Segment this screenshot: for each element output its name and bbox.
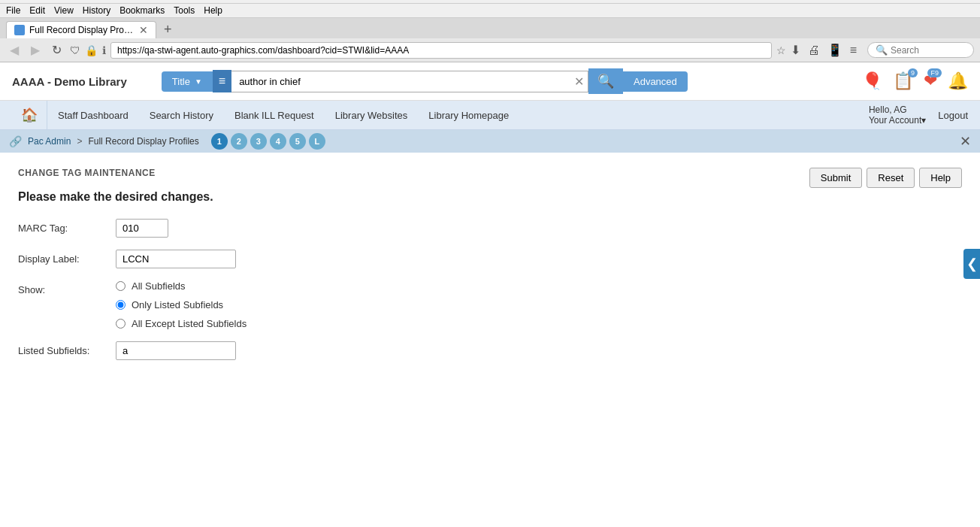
radio-input-onlyListed[interactable] bbox=[116, 300, 126, 310]
search-button[interactable]: 🔍 bbox=[588, 68, 623, 94]
submit-button[interactable]: Submit bbox=[809, 168, 862, 188]
print-icon[interactable]: 🖨 bbox=[808, 44, 820, 57]
nav-home-button[interactable]: 🏠 bbox=[12, 101, 47, 129]
browser-search-input[interactable] bbox=[891, 45, 966, 56]
breadcrumb-separator: > bbox=[77, 136, 82, 147]
marc-tag-input[interactable] bbox=[116, 219, 168, 238]
nav-user-section: Hello, AG Your Account▾ Logout bbox=[869, 104, 968, 126]
search-stack-icon[interactable]: ≡ bbox=[213, 70, 231, 92]
search-type-arrow-icon: ▼ bbox=[195, 77, 202, 86]
search-input-wrap: ✕ bbox=[231, 71, 588, 92]
browser-search-box: 🔍 bbox=[867, 42, 974, 58]
forward-button[interactable]: ▶ bbox=[27, 41, 44, 59]
nav-link-library-websites[interactable]: Library Websites bbox=[325, 102, 419, 129]
radio-label-allSubfields: All Subfields bbox=[132, 280, 186, 292]
menu-icon[interactable]: ≡ bbox=[850, 44, 857, 57]
menu-item-view[interactable]: View bbox=[54, 5, 74, 16]
marc-tag-row: MARC Tag: bbox=[18, 219, 962, 238]
menu-item-bookmarks[interactable]: Bookmarks bbox=[119, 5, 165, 16]
radio-onlyListed[interactable]: Only Listed Subfields bbox=[116, 299, 962, 310]
save-icon[interactable]: ⬇ bbox=[791, 43, 800, 57]
marc-tag-control bbox=[116, 219, 962, 238]
show-label: Show: bbox=[18, 280, 116, 295]
side-back-button[interactable]: ❮ bbox=[963, 249, 980, 279]
radio-allExcept[interactable]: All Except Listed Subfields bbox=[116, 318, 962, 329]
search-clear-icon[interactable]: ✕ bbox=[574, 74, 584, 89]
search-bar: Title ▼ ≡ ✕ 🔍 Advanced bbox=[162, 68, 688, 94]
advanced-search-button[interactable]: Advanced bbox=[623, 71, 688, 92]
search-type-dropdown[interactable]: Title ▼ bbox=[162, 71, 213, 92]
info-icon: ℹ bbox=[102, 44, 106, 56]
lock-icon: 🔒 bbox=[85, 44, 98, 56]
address-input[interactable] bbox=[110, 42, 772, 59]
reset-button[interactable]: Reset bbox=[867, 168, 915, 188]
bell-icon-wrap[interactable]: 🔔 bbox=[948, 71, 968, 91]
breadcrumb-tab-2[interactable]: 2 bbox=[231, 133, 247, 150]
menu-item-edit[interactable]: Edit bbox=[29, 5, 45, 16]
radio-label-allExcept: All Except Listed Subfields bbox=[132, 318, 247, 329]
nav-account-link[interactable]: Your Account▾ bbox=[869, 115, 926, 126]
heart-icon-wrap[interactable]: ❤ F9 bbox=[924, 71, 937, 91]
balloon-icon-wrap[interactable]: 🎈 bbox=[862, 71, 882, 91]
nav-link-staff-dashboard[interactable]: Staff Dashboard bbox=[47, 102, 139, 129]
breadcrumb-pac-admin[interactable]: Pac Admin bbox=[28, 136, 71, 147]
menu-bar: FileEditViewHistoryBookmarksToolsHelp bbox=[0, 4, 980, 18]
menu-item-help[interactable]: Help bbox=[204, 5, 222, 16]
breadcrumb-tab-l[interactable]: L bbox=[309, 133, 325, 150]
nav-link-search-history[interactable]: Search History bbox=[139, 102, 224, 129]
app-icon[interactable]: 📱 bbox=[827, 43, 842, 57]
breadcrumb-close-button[interactable]: ✕ bbox=[960, 133, 971, 150]
header-icons: 🎈 📋 9 ❤ F9 🔔 bbox=[862, 71, 968, 91]
help-button[interactable]: Help bbox=[919, 168, 962, 188]
breadcrumb-tab-4[interactable]: 4 bbox=[270, 133, 286, 150]
menu-item-history[interactable]: History bbox=[83, 5, 110, 16]
tab-bar: Full Record Display Profiles | ST ✕+ bbox=[0, 18, 980, 38]
heart-badge: F9 bbox=[927, 68, 942, 77]
form-title: Please make the desired changes. bbox=[18, 190, 962, 204]
listed-subfields-input[interactable] bbox=[116, 341, 236, 360]
tab-title: Full Record Display Profiles | ST bbox=[29, 25, 135, 35]
list-badge: 9 bbox=[908, 68, 918, 77]
breadcrumb-tab-1[interactable]: 1 bbox=[211, 133, 228, 150]
breadcrumb-current-page: Full Record Display Profiles bbox=[88, 136, 198, 147]
nav-links: Staff DashboardSearch HistoryBlank ILL R… bbox=[47, 102, 519, 129]
address-bar: ◀ ▶ ↻ 🛡 🔒 ℹ ☆ ⬇ 🖨 📱 ≡ 🔍 bbox=[0, 38, 980, 62]
app-header: AAAA - Demo Library Title ▼ ≡ ✕ 🔍 Advanc… bbox=[0, 62, 980, 101]
radio-allSubfields[interactable]: All Subfields bbox=[116, 280, 962, 292]
nav-link-library-homepage[interactable]: Library Homepage bbox=[418, 102, 519, 129]
listed-subfields-row: Listed Subfields: bbox=[18, 341, 962, 360]
back-button[interactable]: ◀ bbox=[6, 41, 23, 59]
menu-item-file[interactable]: File bbox=[6, 5, 20, 16]
nav-greeting: Hello, AG bbox=[869, 104, 926, 115]
nav-bar: 🏠Staff DashboardSearch HistoryBlank ILL … bbox=[0, 101, 980, 130]
breadcrumb-tab-3[interactable]: 3 bbox=[250, 133, 267, 150]
breadcrumb-tab-5[interactable]: 5 bbox=[289, 133, 306, 150]
browser-tab-active[interactable]: Full Record Display Profiles | ST ✕ bbox=[6, 21, 156, 38]
bookmark-star-icon[interactable]: ☆ bbox=[776, 44, 786, 56]
display-label-label: Display Label: bbox=[18, 250, 116, 265]
show-row: Show: All Subfields Only Listed Subfield… bbox=[18, 280, 962, 329]
menu-item-tools[interactable]: Tools bbox=[174, 5, 195, 16]
display-label-control bbox=[116, 250, 962, 268]
listed-subfields-label: Listed Subfields: bbox=[18, 341, 116, 356]
radio-input-allSubfields[interactable] bbox=[116, 281, 126, 291]
nav-logout-button[interactable]: Logout bbox=[938, 110, 968, 121]
list-icon-wrap[interactable]: 📋 9 bbox=[893, 71, 913, 91]
search-input[interactable] bbox=[231, 71, 588, 92]
search-type-label: Title bbox=[172, 76, 190, 87]
bell-icon: 🔔 bbox=[948, 71, 968, 90]
nav-link-blank-ill-request[interactable]: Blank ILL Request bbox=[224, 102, 325, 129]
shield-icon: 🛡 bbox=[70, 44, 80, 56]
radio-input-allExcept[interactable] bbox=[116, 319, 126, 329]
new-tab-button[interactable]: + bbox=[159, 22, 177, 38]
tab-favicon bbox=[14, 25, 25, 35]
tab-close-button[interactable]: ✕ bbox=[139, 25, 148, 35]
browser-search-icon: 🔍 bbox=[876, 44, 888, 56]
nav-user-info: Hello, AG Your Account▾ bbox=[869, 104, 926, 126]
browser-toolbar: ⬇ 🖨 📱 ≡ bbox=[791, 43, 857, 57]
refresh-button[interactable]: ↻ bbox=[48, 41, 65, 59]
main-content: CHANGE TAG MAINTENANCESubmitResetHelpPle… bbox=[0, 153, 980, 453]
show-radio-group: All Subfields Only Listed Subfields All … bbox=[116, 280, 962, 329]
breadcrumb-link-icon: 🔗 bbox=[9, 135, 22, 147]
display-label-input[interactable] bbox=[116, 250, 236, 268]
